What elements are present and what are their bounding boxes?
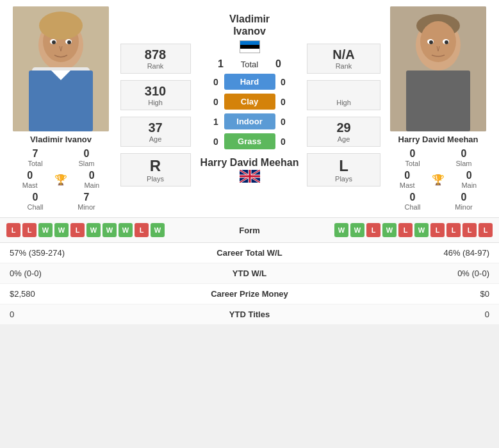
player2-high-block: High <box>307 80 380 110</box>
player1-stats-row2: 0 Mast 🏆 0 Main <box>10 170 112 189</box>
career-wl-left: 57% (359-274) <box>10 248 86 258</box>
player1-flag <box>240 40 260 53</box>
center-area: Vladimir Ivanov 1 Total 0 0 Hard 0 <box>195 6 304 211</box>
player1-main: 0 Main <box>76 170 108 189</box>
form-badge: W <box>38 223 53 237</box>
ytd-wl-left: 0% (0-0) <box>10 269 86 278</box>
total-score-left: 1 <box>215 58 227 70</box>
svg-point-7 <box>52 40 56 44</box>
player1-form-badges: LLWWLWWWLW <box>6 223 165 237</box>
player2-plays-value: L <box>311 157 377 175</box>
form-badge: L <box>446 223 461 237</box>
form-badge: W <box>350 223 364 237</box>
form-badge: W <box>151 223 165 237</box>
form-badge: W <box>54 223 69 237</box>
left-player-area: Vladimir Ivanov 7 Total 0 Slam 0 Mast � <box>6 6 115 211</box>
players-wrapper: Vladimir Ivanov 7 Total 0 Slam 0 Mast � <box>0 0 499 217</box>
player2-age-block: 29 Age <box>307 117 380 147</box>
player2-high-label: High <box>311 99 377 106</box>
player1-high-block: 310 High <box>120 80 191 110</box>
form-label: Form <box>224 226 275 235</box>
player2-age-value: 29 <box>311 120 377 135</box>
hard-button[interactable]: Hard <box>224 74 275 90</box>
player2-stats-row2: 0 Mast 🏆 0 Main <box>387 170 489 189</box>
form-badge: L <box>430 223 445 237</box>
form-badge: W <box>334 223 348 237</box>
form-badge: W <box>119 223 133 237</box>
ytd-titles-label: YTD Titles <box>186 310 314 319</box>
ytd-titles-right: 0 <box>413 310 489 319</box>
form-badge: L <box>366 223 380 237</box>
player1-photo <box>13 6 109 131</box>
player1-total: 7 Total <box>19 148 51 167</box>
player2-mast: 0 Mast <box>391 170 423 189</box>
career-wl-label: Career Total W/L <box>186 248 314 258</box>
hard-score-right: 0 <box>279 77 288 87</box>
player1-age-value: 37 <box>124 120 187 135</box>
form-badge: W <box>414 223 429 237</box>
form-badge: L <box>6 223 20 237</box>
total-label: Total <box>231 60 269 69</box>
player1-plays-label: Plays <box>124 175 187 183</box>
player2-flag <box>240 170 260 185</box>
player1-high-value: 310 <box>124 84 187 99</box>
player2-age-label: Age <box>311 135 377 143</box>
grass-score-right: 0 <box>279 137 288 147</box>
indoor-row: 1 Indoor 0 <box>195 113 304 129</box>
form-badge: L <box>135 223 149 237</box>
player2-stats-row3: 0 Chall 0 Minor <box>387 192 489 211</box>
player1-name-center: Vladimir Ivanov <box>229 13 270 37</box>
player2-minor: 0 Minor <box>448 192 480 211</box>
player1-name: Vladimir Ivanov <box>30 135 92 144</box>
indoor-button[interactable]: Indoor <box>224 113 275 129</box>
form-badge: W <box>102 223 117 237</box>
player2-high-value <box>311 84 377 99</box>
player2-chall: 0 Chall <box>397 192 429 211</box>
clay-button[interactable]: Clay <box>224 94 275 110</box>
total-row: 1 Total 0 <box>195 58 304 70</box>
svg-point-8 <box>67 40 71 44</box>
right-player-area: Harry David Meehan 0 Total 0 Slam 0 Mast <box>384 6 493 211</box>
career-wl-row: 57% (359-274) Career Total W/L 46% (84-9… <box>0 243 499 263</box>
career-prize-left: $2,580 <box>10 289 86 299</box>
form-section: LLWWLWWWLW Form WWLWLWLLLL <box>0 217 499 242</box>
player1-stats-row3: 0 Chall 7 Minor <box>10 192 112 211</box>
indoor-score-left: 1 <box>211 117 221 127</box>
form-badge: L <box>22 223 37 237</box>
main-container: Vladimir Ivanov 7 Total 0 Slam 0 Mast � <box>0 0 499 325</box>
player2-slam: 0 Slam <box>448 148 480 167</box>
svg-point-26 <box>429 40 433 44</box>
player1-rank-value: 878 <box>124 47 187 62</box>
player1-chall: 0 Chall <box>19 192 51 211</box>
player2-rank-value: N/A <box>311 47 377 62</box>
ytd-titles-row: 0 YTD Titles 0 <box>0 304 499 325</box>
form-badge: L <box>398 223 413 237</box>
player1-stats-row1: 7 Total 0 Slam <box>10 148 112 167</box>
indoor-score-right: 0 <box>279 117 288 127</box>
player2-total: 0 Total <box>397 148 429 167</box>
player2-trophy-icon: 🏆 <box>432 174 445 186</box>
ytd-wl-label: YTD W/L <box>186 269 314 278</box>
clay-score-left: 0 <box>211 97 221 107</box>
svg-point-27 <box>445 40 448 44</box>
player2-photo <box>390 6 486 131</box>
career-prize-label: Career Prize Money <box>186 289 314 299</box>
player1-rank-block: 878 Rank <box>120 44 191 74</box>
svg-rect-20 <box>406 71 470 131</box>
svg-point-4 <box>39 12 83 40</box>
ytd-wl-row: 0% (0-0) YTD W/L 0% (0-0) <box>0 263 499 284</box>
player2-main: 0 Main <box>453 170 485 189</box>
player2-rank-label: Rank <box>311 62 377 70</box>
trophy-center-right: 🏆 <box>432 174 445 186</box>
player1-minor: 7 Minor <box>70 192 102 211</box>
player1-slam: 0 Slam <box>70 148 102 167</box>
grass-row: 0 Grass 0 <box>195 133 304 149</box>
form-badge: W <box>382 223 397 237</box>
clay-score-right: 0 <box>279 97 288 107</box>
player2-plays-label: Plays <box>311 175 377 183</box>
player1-age-block: 37 Age <box>120 117 191 147</box>
grass-button[interactable]: Grass <box>224 133 275 149</box>
player2-form-badges: WWLWLWLLLL <box>334 223 493 237</box>
player2-name: Harry David Meehan <box>398 135 479 144</box>
hard-score-left: 0 <box>211 77 221 87</box>
